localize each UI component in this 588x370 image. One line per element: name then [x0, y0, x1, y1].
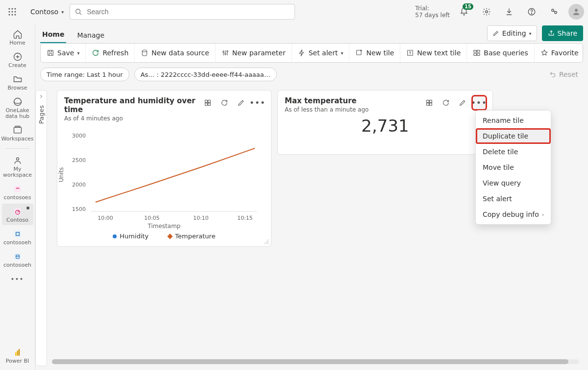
editing-mode-button[interactable]: Editing ▾: [487, 25, 537, 41]
account-avatar[interactable]: [568, 4, 584, 20]
reset-button[interactable]: Reset: [544, 70, 583, 78]
y-axis-label: Units: [58, 167, 65, 183]
pencil-icon: [492, 30, 499, 37]
svg-rect-22: [14, 185, 21, 192]
workspace-switcher[interactable]: Contoso ▾: [30, 8, 64, 16]
tab-home[interactable]: Home: [40, 26, 66, 43]
nav-more[interactable]: •••: [2, 273, 33, 284]
svg-point-21: [16, 158, 19, 160]
nav-home[interactable]: Home: [2, 26, 33, 48]
chevron-down-icon: ▾: [529, 31, 532, 36]
new-tile-button[interactable]: New tile: [349, 44, 400, 62]
svg-text:10:15: 10:15: [237, 215, 253, 221]
svg-point-9: [76, 9, 80, 14]
save-button[interactable]: Save▾: [41, 44, 86, 62]
folder-icon: [13, 74, 23, 84]
grid-icon: [425, 99, 433, 107]
svg-text:10:00: 10:00: [98, 215, 113, 221]
nav-contosoeh-2[interactable]: contosoeh: [2, 249, 33, 270]
notifications-button[interactable]: 15: [456, 3, 472, 20]
nav-powerbi[interactable]: Power BI: [2, 345, 33, 366]
refresh-tile-button[interactable]: [440, 96, 452, 109]
favorite-button[interactable]: Favorite: [535, 44, 583, 62]
new-data-source-button[interactable]: New data source: [135, 44, 215, 62]
new-text-tile-button[interactable]: New text tile: [400, 44, 467, 62]
menu-delete-tile[interactable]: Delete tile: [476, 144, 551, 160]
refresh-icon: [92, 49, 99, 57]
horizontal-scrollbar[interactable]: [52, 359, 579, 364]
refresh-button[interactable]: Refresh: [86, 44, 135, 62]
eventstream-icon: [13, 184, 23, 194]
set-alert-button[interactable]: Set alert▾: [292, 44, 350, 62]
svg-rect-32: [48, 50, 53, 56]
star-icon: [540, 49, 548, 57]
svg-point-13: [531, 13, 532, 14]
menu-set-alert[interactable]: Set alert: [476, 191, 551, 207]
grid-icon: [204, 99, 212, 107]
left-nav: Home Create Browse OneLake data hub Work…: [0, 23, 35, 370]
tab-manage[interactable]: Manage: [75, 27, 106, 43]
pages-label: Pages: [38, 105, 45, 124]
resize-handle-icon[interactable]: [264, 239, 269, 244]
nav-contoso-dashboard[interactable]: Contoso: [2, 204, 33, 225]
workspace-name: Contoso: [30, 8, 58, 16]
help-button[interactable]: [523, 3, 540, 20]
menu-move-tile[interactable]: Move tile: [476, 160, 551, 175]
nav-browse[interactable]: Browse: [2, 71, 33, 93]
more-tile-button[interactable]: •••: [251, 96, 264, 109]
tile-add-icon: [355, 49, 363, 57]
content-area: Home Manage Editing ▾ Share Save▾ Refres…: [35, 23, 588, 370]
search-input[interactable]: [86, 7, 290, 16]
tile-temperature-humidity[interactable]: Temperature and humidity over time As of…: [57, 90, 271, 247]
person-icon: [572, 7, 581, 16]
time-range-chip[interactable]: Time range: Last 1 hour: [40, 68, 129, 81]
edit-tile-button[interactable]: [456, 96, 469, 109]
kqldb-icon: [13, 252, 23, 261]
nav-workspaces[interactable]: Workspaces: [2, 122, 33, 144]
svg-text:1500: 1500: [72, 206, 86, 212]
nav-my-workspace[interactable]: My workspace: [2, 153, 33, 180]
home-icon: [13, 29, 23, 39]
filter-bar: Time range: Last 1 hour As… : 2222cccc-3…: [35, 63, 588, 86]
svg-point-36: [226, 50, 228, 52]
menu-copy-debug-info[interactable]: Copy debug info›: [476, 207, 551, 222]
tile-title: Temperature and humidity over time: [64, 96, 197, 114]
svg-rect-58: [427, 103, 429, 106]
nav-contosoeh-1[interactable]: contosoeh: [2, 226, 33, 248]
feedback-icon: [550, 7, 559, 16]
explore-data-button[interactable]: [423, 96, 436, 109]
settings-button[interactable]: [478, 3, 495, 20]
menu-rename-tile[interactable]: Rename tile: [476, 113, 551, 128]
menu-view-query[interactable]: View query: [476, 175, 551, 191]
onelake-icon: [13, 97, 23, 107]
svg-rect-19: [14, 128, 21, 134]
tile-max-temperature[interactable]: Max temperature As of less than a minute…: [277, 90, 493, 155]
edit-tile-button[interactable]: [235, 96, 247, 109]
refresh-tile-button[interactable]: [218, 96, 231, 109]
svg-point-6: [9, 14, 10, 16]
share-button[interactable]: Share: [542, 25, 583, 41]
explore-data-button[interactable]: [201, 96, 214, 109]
lightning-icon: [298, 49, 306, 57]
menu-duplicate-tile[interactable]: Duplicate tile: [476, 128, 551, 144]
new-parameter-button[interactable]: New parameter: [216, 44, 292, 62]
base-queries-button[interactable]: Base queries: [467, 44, 534, 62]
parameter-chip[interactable]: As… : 2222cccc-33dd-eeee-ff44-aaaaa…: [134, 68, 277, 81]
app-launcher-icon[interactable]: [4, 3, 21, 20]
nav-contosoes[interactable]: contosoes: [2, 181, 33, 203]
plus-circle-icon: [13, 52, 23, 62]
nav-create[interactable]: Create: [2, 49, 33, 70]
legend-item-humidity: Humidity: [113, 232, 148, 240]
pages-panel-collapsed[interactable]: Pages: [35, 90, 47, 366]
search-box[interactable]: [70, 4, 295, 20]
eventhouse-icon: [13, 229, 23, 239]
svg-text:10:05: 10:05: [144, 215, 160, 221]
download-button[interactable]: [501, 3, 517, 20]
svg-point-35: [224, 53, 226, 55]
feedback-button[interactable]: [546, 3, 563, 20]
more-tile-button[interactable]: •••: [473, 96, 486, 109]
tile-subtitle: As of 4 minutes ago: [64, 115, 197, 122]
nav-onelake[interactable]: OneLake data hub: [2, 94, 33, 121]
dashboard-canvas[interactable]: Temperature and humidity over time As of…: [52, 90, 583, 354]
scrollbar-thumb[interactable]: [52, 359, 568, 364]
